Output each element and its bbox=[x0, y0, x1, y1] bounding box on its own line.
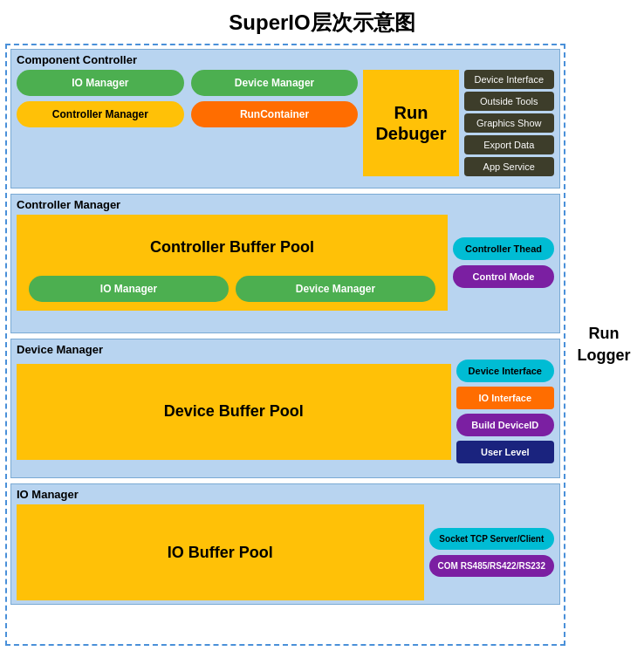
device-interface-button[interactable]: Device Interface bbox=[464, 70, 554, 89]
controller-buffer-pool: Controller Buffer Pool IO Manager Device… bbox=[17, 215, 448, 311]
io-pool-title: IO Buffer Pool bbox=[29, 513, 412, 592]
device-manager-button-1[interactable]: Device Manager bbox=[191, 70, 359, 96]
panel4-title: IO Manager bbox=[17, 488, 554, 501]
panel-controller-manager: Controller Manager Controller Buffer Poo… bbox=[10, 194, 560, 333]
panel-component-controller: Component Controller IO Manager Device M… bbox=[10, 49, 560, 188]
panel3-right: Device Interface IO Interface Build Devi… bbox=[456, 360, 554, 463]
panel3-inner: Device Buffer Pool Device Interface IO I… bbox=[17, 360, 554, 463]
io-interface-button[interactable]: IO Interface bbox=[456, 387, 554, 409]
build-deviceid-button[interactable]: Build DeviceID bbox=[456, 414, 554, 436]
panel1-row2: Controller Manager RunContainer bbox=[17, 101, 358, 127]
panel3-title: Device Manager bbox=[17, 343, 554, 356]
left-panels: Component Controller IO Manager Device M… bbox=[5, 44, 565, 646]
run-container-button[interactable]: RunContainer bbox=[191, 101, 359, 127]
panel2-title: Controller Manager bbox=[17, 198, 554, 211]
panel1-left: IO Manager Device Manager Controller Man… bbox=[17, 70, 358, 176]
io-buffer-pool: IO Buffer Pool bbox=[17, 504, 424, 600]
panel1-inner: IO Manager Device Manager Controller Man… bbox=[17, 70, 554, 176]
socket-tcp-button[interactable]: Socket TCP Server/Client bbox=[429, 528, 554, 550]
panel4-inner: IO Buffer Pool Socket TCP Server/Client … bbox=[17, 504, 554, 600]
panel4-right: Socket TCP Server/Client COM RS485/RS422… bbox=[429, 528, 554, 577]
outside-tools-button[interactable]: Outside Tools bbox=[464, 92, 554, 111]
panel-io-manager: IO Manager IO Buffer Pool Socket TCP Ser… bbox=[10, 483, 560, 605]
main-container: SuperIO层次示意图 Component Controller IO Man… bbox=[0, 0, 644, 651]
app-service-button[interactable]: App Service bbox=[464, 157, 554, 176]
export-data-button[interactable]: Export Data bbox=[464, 135, 554, 154]
device-buffer-pool: Device Buffer Pool bbox=[17, 364, 451, 460]
controller-manager-button-1[interactable]: Controller Manager bbox=[17, 101, 184, 127]
panel1-row1: IO Manager Device Manager bbox=[17, 70, 358, 96]
panel2-pool-bottom: IO Manager Device Manager bbox=[29, 276, 435, 302]
panel1-right: Device Interface Outside Tools Graphics … bbox=[464, 70, 554, 176]
panel-device-manager: Device Manager Device Buffer Pool Device… bbox=[10, 339, 560, 478]
controller-thead-button[interactable]: Controller Thead bbox=[453, 237, 554, 260]
control-mode-button[interactable]: Control Mode bbox=[453, 265, 554, 288]
io-manager-button-2[interactable]: IO Manager bbox=[29, 276, 229, 302]
device-interface-button-2[interactable]: Device Interface bbox=[456, 360, 554, 382]
page-title: SuperIO层次示意图 bbox=[0, 0, 644, 44]
run-debugger-text: RunDebuger bbox=[375, 102, 446, 144]
user-level-button[interactable]: User Level bbox=[456, 441, 554, 463]
device-manager-button-2[interactable]: Device Manager bbox=[236, 276, 435, 302]
panel2-inner: Controller Buffer Pool IO Manager Device… bbox=[17, 215, 554, 311]
controller-pool-title: Controller Buffer Pool bbox=[29, 223, 435, 271]
io-manager-button-1[interactable]: IO Manager bbox=[17, 70, 184, 96]
com-rs485-button[interactable]: COM RS485/RS422/RS232 bbox=[429, 555, 554, 577]
panel2-right: Controller Thead Control Mode bbox=[453, 237, 554, 288]
run-logger-text: Run Logger bbox=[578, 323, 631, 367]
run-logger: Run Logger bbox=[569, 44, 639, 646]
graphics-show-button[interactable]: Graphics Show bbox=[464, 113, 554, 133]
device-pool-title: Device Buffer Pool bbox=[29, 373, 439, 451]
panel1-title: Component Controller bbox=[17, 53, 554, 66]
content-area: Component Controller IO Manager Device M… bbox=[0, 44, 644, 651]
run-debugger: RunDebuger bbox=[363, 70, 458, 176]
